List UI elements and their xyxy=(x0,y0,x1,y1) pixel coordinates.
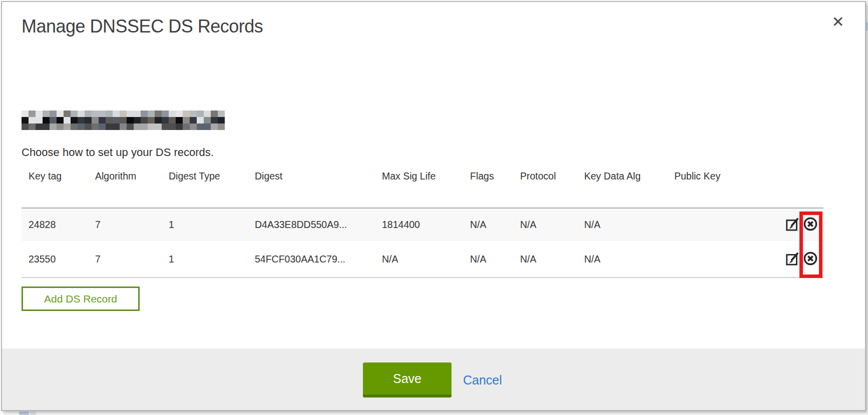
cell-flags: N/A xyxy=(463,208,513,241)
cell-protocol: N/A xyxy=(513,241,577,278)
cell-digest-type: 1 xyxy=(162,241,248,278)
cell-digest: 54FCF030AA1C79... xyxy=(248,241,375,278)
edit-record-button[interactable] xyxy=(784,251,800,267)
cell-actions xyxy=(778,208,823,241)
circle-x-icon xyxy=(803,216,818,233)
cancel-link[interactable]: Cancel xyxy=(463,362,502,398)
column-header-key-tag: Key tag xyxy=(22,168,88,208)
cell-algorithm: 7 xyxy=(88,241,162,278)
column-header-key-data-alg: Key Data Alg xyxy=(577,168,667,208)
close-icon[interactable]: ✕ xyxy=(827,11,849,33)
cell-public-key xyxy=(667,241,778,278)
edit-pencil-square-icon xyxy=(785,251,800,268)
cell-flags: N/A xyxy=(463,241,513,278)
cell-algorithm: 7 xyxy=(88,208,162,241)
cell-digest-type: 1 xyxy=(162,208,248,241)
table-row: 24828 7 1 D4A33E8DD550A9... 1814400 N/A … xyxy=(22,208,823,241)
column-header-algorithm: Algorithm xyxy=(88,168,162,208)
manage-ds-records-dialog: Manage DNSSEC DS Records ✕ Choose how to… xyxy=(1,1,866,411)
cell-key-tag: 23550 xyxy=(22,241,88,278)
column-header-flags: Flags xyxy=(463,168,513,208)
ds-records-table: Key tag Algorithm Digest Type Digest Max… xyxy=(22,168,823,278)
cell-actions xyxy=(778,241,823,278)
cell-protocol: N/A xyxy=(513,208,577,241)
circle-x-icon xyxy=(803,251,818,268)
cell-key-data-alg: N/A xyxy=(577,208,667,241)
cell-digest: D4A33E8DD550A9... xyxy=(248,208,375,241)
table-row: 23550 7 1 54FCF030AA1C79... N/A N/A N/A … xyxy=(22,241,823,278)
instruction-text: Choose how to set up your DS records. xyxy=(22,146,214,159)
column-header-digest-type: Digest Type xyxy=(162,168,248,208)
column-header-max-sig-life: Max Sig Life xyxy=(375,168,463,208)
column-header-public-key: Public Key xyxy=(667,168,778,208)
dialog-footer: Save Cancel xyxy=(2,348,865,410)
column-header-protocol: Protocol xyxy=(513,168,577,208)
page-behind-fragment xyxy=(30,412,36,415)
table-header-row: Key tag Algorithm Digest Type Digest Max… xyxy=(22,168,823,208)
cell-public-key xyxy=(667,208,778,241)
add-ds-record-button[interactable]: Add DS Record xyxy=(22,286,140,311)
page-behind-fragment xyxy=(19,412,29,415)
column-header-actions xyxy=(778,168,823,208)
redacted-domain-name xyxy=(22,110,225,130)
cell-max-sig-life: N/A xyxy=(375,241,463,278)
cell-key-tag: 24828 xyxy=(22,208,88,241)
save-button[interactable]: Save xyxy=(363,362,452,398)
cell-max-sig-life: 1814400 xyxy=(375,208,463,241)
cell-key-data-alg: N/A xyxy=(577,241,667,278)
delete-record-button[interactable] xyxy=(802,251,818,267)
edit-record-button[interactable] xyxy=(784,217,800,233)
column-header-digest: Digest xyxy=(248,168,375,208)
edit-pencil-square-icon xyxy=(785,216,800,233)
dialog-title: Manage DNSSEC DS Records xyxy=(22,16,263,37)
delete-record-button[interactable] xyxy=(802,217,818,233)
screen: Manage DNSSEC DS Records ✕ Choose how to… xyxy=(0,0,868,415)
